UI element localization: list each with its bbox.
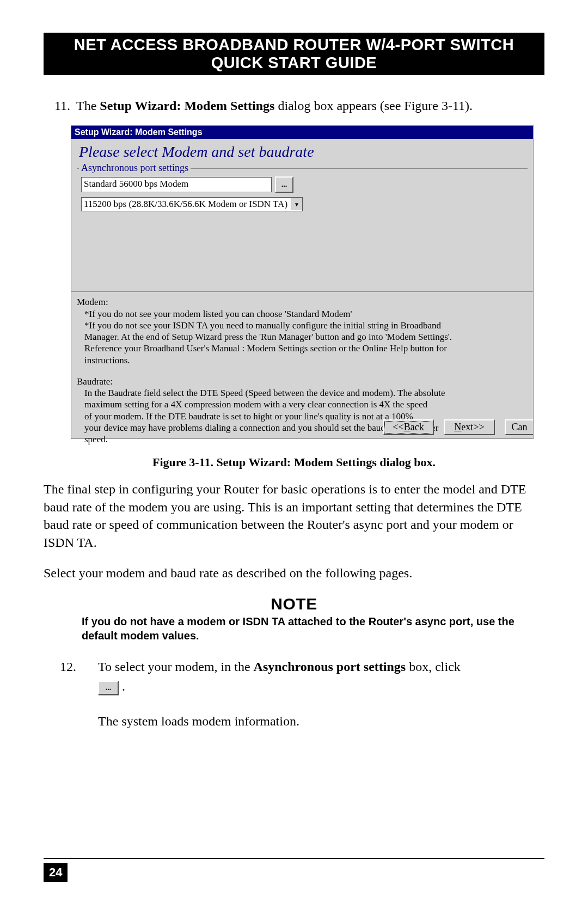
dialog-nav-buttons: <<Back Next>> Can	[383, 419, 533, 435]
browse-modem-button[interactable]: ...	[275, 176, 293, 193]
footer-rule	[44, 858, 544, 859]
async-port-fieldset: Asynchronous port settings Standard 5600…	[77, 168, 528, 221]
next-button[interactable]: Next>>	[444, 419, 495, 435]
page: NET ACCESS BROADBAND ROUTER W/4-PORT SWI…	[0, 0, 588, 909]
step-number-11: 11.	[54, 97, 76, 114]
chevron-down-icon: ▼	[291, 198, 302, 210]
step12-period: .	[119, 679, 125, 693]
paragraph-2: Select your modem and baud rate as descr…	[44, 564, 544, 582]
note-body: If you do not have a modem or ISDN TA at…	[82, 614, 523, 643]
step12-t1: To select your modem, in the	[98, 660, 254, 674]
figure-caption: Figure 3-11. Setup Wizard: Modem Setting…	[44, 455, 544, 469]
back-button[interactable]: <<Back	[383, 419, 434, 435]
page-footer: 24	[44, 858, 544, 882]
info-line: instructions.	[84, 355, 528, 366]
dialog-heading: Please select Modem and set baudrate	[71, 139, 533, 164]
dialog-body: Please select Modem and set baudrate Asy…	[71, 139, 533, 438]
baudrate-select[interactable]: 115200 bps (28.8K/33.6K/56.6K Modem or I…	[81, 197, 303, 211]
step11-bold: Setup Wizard: Modem Settings	[100, 99, 274, 113]
modem-settings-dialog: Setup Wizard: Modem Settings Please sele…	[71, 125, 534, 439]
cancel-button[interactable]: Can	[505, 419, 533, 435]
info-line: maximum setting for a 4X compression mod…	[84, 399, 528, 410]
step-number-12: 12.	[60, 657, 98, 731]
baudrate-select-value: 115200 bps (28.8K/33.6K/56.6K Modem or I…	[82, 198, 291, 211]
step11-pre: The	[76, 99, 100, 113]
modem-input[interactable]: Standard 56000 bps Modem	[81, 177, 272, 192]
info-line: Reference your Broadband User's Manual :…	[84, 343, 528, 354]
info-line: *If you do not see your ISDN TA you need…	[84, 320, 528, 331]
dialog-titlebar: Setup Wizard: Modem Settings	[71, 126, 533, 139]
step-12: 12. To select your modem, in the Asynchr…	[60, 657, 544, 731]
page-number: 24	[44, 863, 68, 882]
step-11: 11. The Setup Wizard: Modem Settings dia…	[44, 97, 544, 114]
inline-ellipsis-button[interactable]: ...	[98, 681, 119, 695]
fieldset-legend: Asynchronous port settings	[79, 162, 191, 174]
info-line: Manager. At the end of Setup Wizard pres…	[84, 331, 528, 343]
note-heading: NOTE	[44, 595, 544, 613]
step11-post: dialog box appears (see Figure 3-11).	[274, 99, 473, 113]
baud-info-label: Baudrate:	[77, 376, 528, 387]
modem-info-label: Modem:	[77, 296, 528, 308]
step12-t2: box, click	[406, 660, 461, 674]
page-banner: NET ACCESS BROADBAND ROUTER W/4-PORT SWI…	[44, 33, 544, 75]
step12-result: The system loads modem information.	[98, 711, 461, 731]
step12-bold: Asynchronous port settings	[254, 660, 406, 674]
info-line: *If you do not see your modem listed you…	[84, 308, 528, 320]
paragraph-1: The final step in configuring your Route…	[44, 480, 544, 551]
info-line: In the Baudrate field select the DTE Spe…	[84, 387, 528, 399]
